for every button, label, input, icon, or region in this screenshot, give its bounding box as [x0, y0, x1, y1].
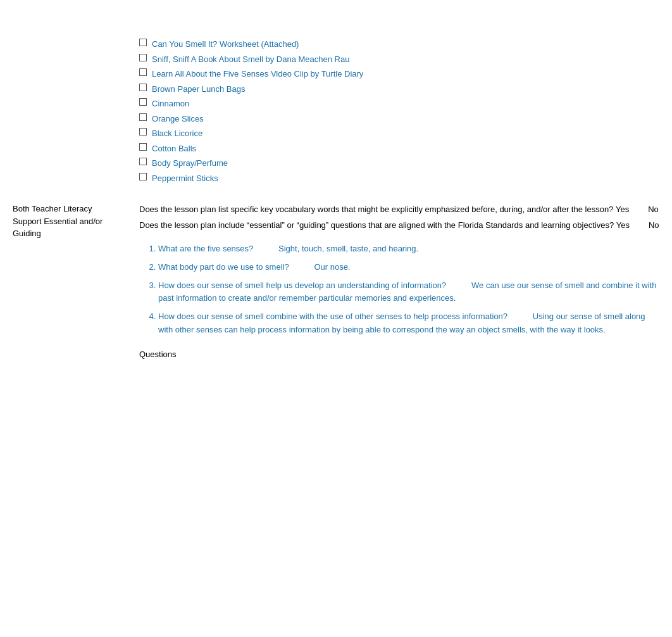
bullet-icon	[139, 158, 147, 165]
list-item: Brown Paper Lunch Bags	[139, 83, 659, 96]
left-sidebar: Both Teacher Literacy Support Essential …	[13, 38, 127, 359]
list-item: Sniff, Sniff A Book About Smell by Dana …	[139, 53, 659, 66]
list-item: Cotton Balls	[139, 142, 659, 155]
guiding-question-text: What body part do we use to smell?	[158, 262, 314, 272]
bullet-icon	[139, 173, 147, 180]
bullet-icon	[139, 128, 147, 136]
list-item: Orange Slices	[139, 113, 659, 125]
page-container: Both Teacher Literacy Support Essential …	[0, 0, 672, 384]
guiding-answer-text: Our nose.	[314, 262, 350, 272]
bullet-text: Sniff, Sniff A Book About Smell by Dana …	[152, 53, 349, 66]
list-item: Peppermint Sticks	[139, 172, 659, 185]
questions-section: Does the lesson plan list specific key v…	[139, 203, 659, 230]
vocab-no: No	[648, 205, 659, 214]
guiding-question-item: How does our sense of smell combine with…	[158, 310, 659, 337]
list-item: Can You Smell It? Worksheet (Attached)	[139, 38, 659, 51]
bullet-text: Can You Smell It? Worksheet (Attached)	[152, 38, 299, 51]
materials-list: Can You Smell It? Worksheet (Attached)Sn…	[139, 38, 659, 184]
list-item: Body Spray/Perfume	[139, 157, 659, 170]
bullet-icon	[139, 113, 147, 121]
bullet-text: Orange Slices	[152, 113, 204, 125]
guiding-question-text: How does our sense of smell combine with…	[158, 312, 533, 321]
bullet-text: Cotton Balls	[152, 142, 196, 155]
bullet-icon	[139, 84, 147, 91]
questions-label: Questions	[139, 350, 659, 359]
bullet-text: Brown Paper Lunch Bags	[152, 83, 245, 96]
bullet-text: Cinnamon	[152, 98, 189, 110]
vocab-question-row: Does the lesson plan list specific key v…	[139, 203, 659, 214]
guiding-question-item: What body part do we use to smell? Our n…	[158, 261, 659, 274]
bullet-text: Peppermint Sticks	[152, 172, 218, 185]
essential-question-row: Does the lesson plan include “essential”…	[139, 219, 659, 230]
bullet-icon	[139, 98, 147, 106]
bullet-icon	[139, 54, 147, 61]
guiding-question-item: What are the five senses? Sight, touch, …	[158, 243, 659, 256]
vocab-question-text: Does the lesson plan list specific key v…	[139, 205, 613, 214]
list-item: Learn All About the Five Senses Video Cl…	[139, 68, 659, 80]
guiding-answer-text: Sight, touch, smell, taste, and hearing.	[278, 244, 418, 253]
essential-yes-no: Yes No	[616, 220, 659, 230]
main-content: Can You Smell It? Worksheet (Attached)Sn…	[127, 38, 659, 359]
guiding-question-text: How does our sense of smell help us deve…	[158, 281, 471, 290]
sidebar-label: Both Teacher Literacy Support Essential …	[13, 203, 120, 240]
essential-yes: Yes	[616, 220, 630, 230]
essential-question-text: Does the lesson plan include “essential”…	[139, 220, 614, 230]
bullet-text: Body Spray/Perfume	[152, 157, 228, 170]
bullet-icon	[139, 39, 147, 46]
vocab-yes: Yes	[616, 205, 629, 214]
vocab-yes-no: Yes No	[616, 205, 659, 214]
bullet-icon	[139, 68, 147, 76]
guiding-questions-list: What are the five senses? Sight, touch, …	[152, 243, 659, 337]
guiding-question-text: What are the five senses?	[158, 244, 278, 253]
bullet-text: Black Licorice	[152, 127, 202, 140]
bullet-icon	[139, 143, 147, 151]
list-item: Cinnamon	[139, 98, 659, 110]
list-item: Black Licorice	[139, 127, 659, 140]
essential-no: No	[649, 220, 659, 230]
guiding-question-item: How does our sense of smell help us deve…	[158, 279, 659, 306]
bullet-text: Learn All About the Five Senses Video Cl…	[152, 68, 363, 80]
